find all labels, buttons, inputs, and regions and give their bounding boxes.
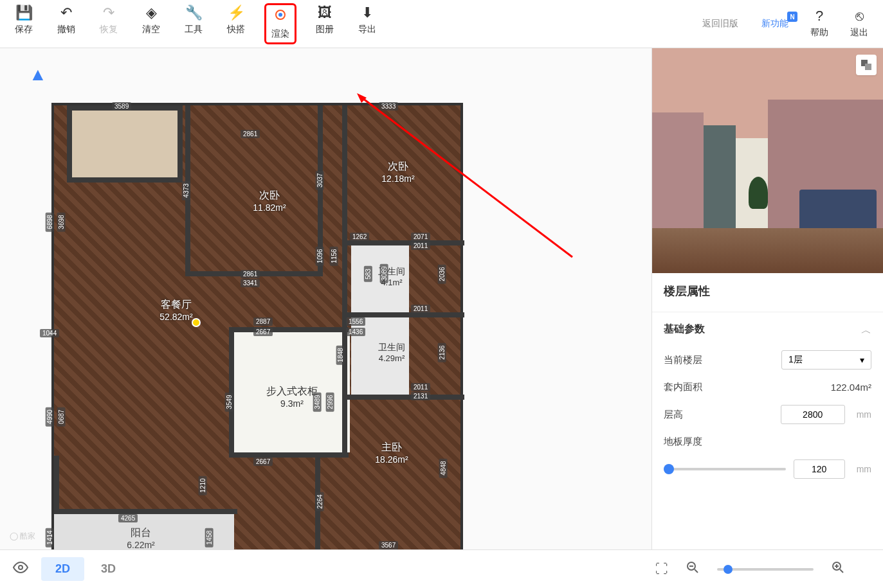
thickness-input[interactable]: [794, 459, 845, 479]
old-version-link[interactable]: 返回旧版: [696, 18, 745, 30]
current-floor-label: 当前楼层: [664, 354, 774, 366]
svg-marker-3: [357, 93, 367, 103]
dim: 2011: [411, 305, 430, 313]
zoom-slider-thumb[interactable]: [724, 565, 733, 574]
redo-button[interactable]: ↷ 恢复: [95, 3, 123, 44]
area-value: 122.04m²: [831, 382, 871, 393]
canvas-2d[interactable]: ▲ 次: [0, 48, 651, 549]
dim: 1262: [350, 233, 369, 241]
dim: 2861: [241, 270, 260, 278]
thickness-unit: mm: [857, 464, 871, 474]
dim: 2071: [411, 233, 430, 241]
redo-icon: ↷: [103, 6, 114, 20]
undo-button[interactable]: ↶ 撤销: [52, 3, 80, 44]
export-button[interactable]: ⬇ 导出: [353, 3, 381, 44]
top-toolbar: 💾 保存 ↶ 撤销 ↷ 恢复 ◈ 清空 🔧 工具 ⚡ 快搭 渲染: [0, 0, 883, 48]
compass-icon: ▲: [29, 64, 47, 85]
floorplan[interactable]: 次卧 11.82m² 次卧 12.18m² 客餐厅 52.82m² 卫生间 4.…: [51, 103, 463, 549]
undo-label: 撤销: [57, 24, 75, 35]
quick-button[interactable]: ⚡ 快搭: [222, 3, 250, 44]
thickness-label: 地板厚度: [664, 436, 871, 448]
dim: 3089: [380, 263, 388, 283]
image-icon: 🖼: [318, 6, 332, 20]
height-input[interactable]: [781, 405, 845, 424]
dim: 3333: [379, 102, 398, 111]
zoom-slider[interactable]: [717, 568, 814, 571]
panel-title: 楼层属性: [664, 283, 871, 299]
toolbar-left: 💾 保存 ↶ 撤销 ↷ 恢复 ◈ 清空 🔧 工具 ⚡ 快搭 渲染: [10, 3, 381, 44]
tools-button[interactable]: 🔧 工具: [179, 3, 208, 44]
render-button[interactable]: 渲染: [264, 3, 296, 44]
chevron-up-icon: ︿: [861, 324, 871, 337]
watermark: ◯ 酷家: [10, 531, 35, 542]
panel-floor-props: 楼层属性: [652, 273, 883, 312]
dim: 4990: [46, 407, 54, 426]
floor-select[interactable]: 1层 ▾: [781, 350, 871, 370]
basic-params-title: 基础参数: [664, 323, 705, 336]
help-label: 帮助: [810, 27, 828, 39]
new-feature-label: 新功能: [761, 18, 788, 30]
dim: 1210: [199, 476, 207, 495]
save-label: 保存: [15, 24, 33, 35]
floor-select-value: 1层: [788, 354, 803, 366]
new-badge: N: [787, 12, 797, 22]
album-button[interactable]: 🖼 图册: [311, 3, 339, 44]
help-button[interactable]: ? 帮助: [805, 6, 833, 41]
view-3d-button[interactable]: 3D: [87, 557, 130, 581]
dim: 3037: [316, 170, 324, 190]
prop-floor-thickness: mm: [664, 459, 871, 479]
save-button[interactable]: 💾 保存: [10, 3, 38, 44]
svg-point-6: [19, 566, 23, 569]
thickness-slider-thumb[interactable]: [664, 464, 674, 474]
new-feature-button[interactable]: N 新功能: [756, 15, 794, 32]
dim: 3698: [57, 212, 66, 231]
svg-rect-5: [865, 64, 871, 70]
height-label: 层高: [664, 409, 773, 421]
save-icon: 💾: [15, 6, 33, 20]
right-panel: 楼层属性 基础参数 ︿ 当前楼层 1层 ▾ 套内面积 122.04m² 层高: [651, 48, 883, 549]
dim: 3589: [112, 102, 131, 111]
dim: 3549: [225, 392, 233, 411]
tools-label: 工具: [185, 24, 203, 35]
fullscreen-icon[interactable]: ⛶: [655, 562, 668, 576]
main-area: ▲ 次: [0, 48, 883, 549]
dim: 2136: [438, 343, 446, 362]
exit-label: 退出: [850, 27, 868, 39]
thickness-slider[interactable]: [664, 468, 786, 470]
dim: 2036: [438, 264, 446, 283]
exit-button[interactable]: ⎋ 退出: [845, 6, 873, 41]
area-label: 套内面积: [664, 381, 823, 393]
svg-line-11: [840, 569, 843, 573]
dim: 4373: [182, 181, 190, 200]
dim: 583: [364, 266, 372, 282]
dim: 1848: [336, 345, 345, 364]
dim: 1414: [46, 528, 54, 547]
camera-position-marker[interactable]: [192, 318, 201, 327]
clear-button[interactable]: ◈ 清空: [137, 3, 165, 44]
preview-toggle-button[interactable]: [856, 55, 877, 75]
dim: 2667: [253, 458, 273, 466]
dim: 1556: [346, 317, 365, 326]
preview-3d-viewport[interactable]: [652, 48, 883, 273]
flash-icon: ⚡: [228, 6, 245, 20]
question-icon: ?: [815, 9, 823, 23]
prop-floor-thickness-label-row: 地板厚度: [664, 436, 871, 448]
view-2d-button[interactable]: 2D: [41, 557, 84, 581]
dim: 1156: [330, 246, 338, 265]
visibility-toggle[interactable]: [13, 560, 28, 579]
album-label: 图册: [316, 24, 334, 35]
dim: 1436: [346, 328, 365, 336]
wrench-icon: 🔧: [185, 6, 203, 20]
dim: 4848: [439, 458, 448, 477]
toolbar-right: 返回旧版 N 新功能 ? 帮助 ⎋ 退出: [696, 6, 873, 41]
dim: 1044: [40, 329, 59, 337]
dim: 1096: [316, 246, 324, 265]
dim: 3341: [241, 279, 260, 287]
zoom-out-icon[interactable]: [686, 561, 699, 577]
zoom-in-icon[interactable]: [832, 561, 844, 577]
panel-basic-params: 基础参数 ︿ 当前楼层 1层 ▾ 套内面积 122.04m² 层高 mm: [652, 312, 883, 489]
basic-params-header[interactable]: 基础参数 ︿: [664, 323, 871, 339]
dim: 6898: [46, 212, 54, 231]
eraser-icon: ◈: [146, 6, 157, 20]
bottom-bar: 2D 3D ⛶: [0, 549, 883, 588]
